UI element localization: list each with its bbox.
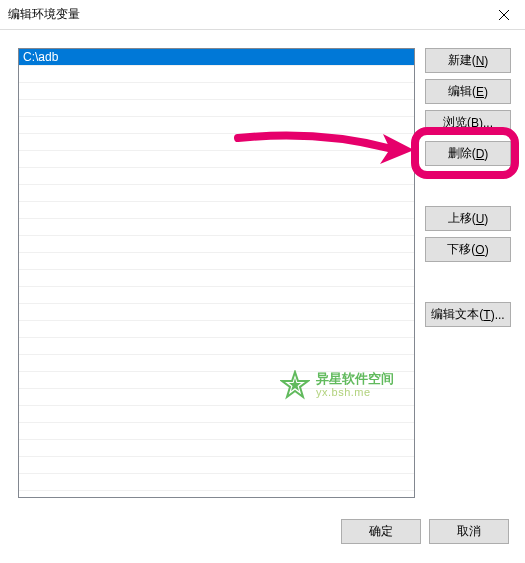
spacer: [425, 268, 511, 296]
list-item[interactable]: [19, 287, 414, 304]
btn-label: 新建(: [448, 52, 476, 69]
list-item[interactable]: [19, 389, 414, 406]
list-item[interactable]: [19, 253, 414, 270]
list-item[interactable]: [19, 151, 414, 168]
edit-text-button[interactable]: 编辑文本(T)...: [425, 302, 511, 327]
list-item[interactable]: [19, 117, 414, 134]
move-up-button[interactable]: 上移(U): [425, 206, 511, 231]
list-item[interactable]: [19, 457, 414, 474]
move-down-button[interactable]: 下移(O): [425, 237, 511, 262]
close-icon: [499, 10, 509, 20]
list-item[interactable]: [19, 202, 414, 219]
spacer: [425, 172, 511, 200]
list-item[interactable]: [19, 338, 414, 355]
dialog-title: 编辑环境变量: [8, 6, 80, 23]
btn-suffix: ): [484, 85, 488, 99]
btn-accelerator: U: [476, 212, 485, 226]
btn-label: 编辑(: [448, 83, 476, 100]
env-var-listbox[interactable]: C:\adb: [18, 48, 415, 498]
edit-button[interactable]: 编辑(E): [425, 79, 511, 104]
btn-accelerator: D: [476, 147, 485, 161]
btn-accelerator: T: [483, 308, 490, 322]
btn-suffix: ): [484, 147, 488, 161]
list-item[interactable]: [19, 321, 414, 338]
btn-accelerator: B: [471, 116, 479, 130]
btn-label: 上移(: [448, 210, 476, 227]
dialog-content: C:\adb 新建(N) 编辑(E) 浏览(B).: [0, 30, 525, 513]
list-item[interactable]: [19, 134, 414, 151]
list-item[interactable]: [19, 270, 414, 287]
list-item[interactable]: [19, 100, 414, 117]
btn-accelerator: E: [476, 85, 484, 99]
list-item[interactable]: [19, 185, 414, 202]
new-button[interactable]: 新建(N): [425, 48, 511, 73]
titlebar: 编辑环境变量: [0, 0, 525, 30]
list-item[interactable]: [19, 219, 414, 236]
list-item[interactable]: [19, 66, 414, 83]
btn-accelerator: O: [475, 243, 484, 257]
browse-button[interactable]: 浏览(B)...: [425, 110, 511, 135]
list-item[interactable]: [19, 355, 414, 372]
list-item[interactable]: [19, 83, 414, 100]
list-item[interactable]: [19, 372, 414, 389]
btn-suffix: ): [485, 243, 489, 257]
btn-label: 下移(: [447, 241, 475, 258]
list-item[interactable]: [19, 440, 414, 457]
btn-label: 浏览(: [443, 114, 471, 131]
list-item[interactable]: [19, 168, 414, 185]
list-item[interactable]: [19, 406, 414, 423]
list-item[interactable]: [19, 236, 414, 253]
list-item[interactable]: [19, 423, 414, 440]
list-item[interactable]: C:\adb: [19, 49, 414, 66]
cancel-button[interactable]: 取消: [429, 519, 509, 544]
btn-suffix: ): [484, 212, 488, 226]
list-item[interactable]: [19, 304, 414, 321]
button-sidebar: 新建(N) 编辑(E) 浏览(B)... 删除(D) 上移(U) 下移(O) 编…: [425, 48, 511, 499]
dialog-footer: 确定 取消: [0, 513, 525, 563]
btn-accelerator: N: [476, 54, 485, 68]
delete-button[interactable]: 删除(D): [425, 141, 511, 166]
list-item[interactable]: [19, 474, 414, 491]
ok-button[interactable]: 确定: [341, 519, 421, 544]
btn-suffix: )...: [491, 308, 505, 322]
btn-suffix: )...: [479, 116, 493, 130]
btn-label: 删除(: [448, 145, 476, 162]
btn-suffix: ): [484, 54, 488, 68]
btn-label: 编辑文本(: [431, 306, 483, 323]
close-button[interactable]: [483, 0, 525, 30]
